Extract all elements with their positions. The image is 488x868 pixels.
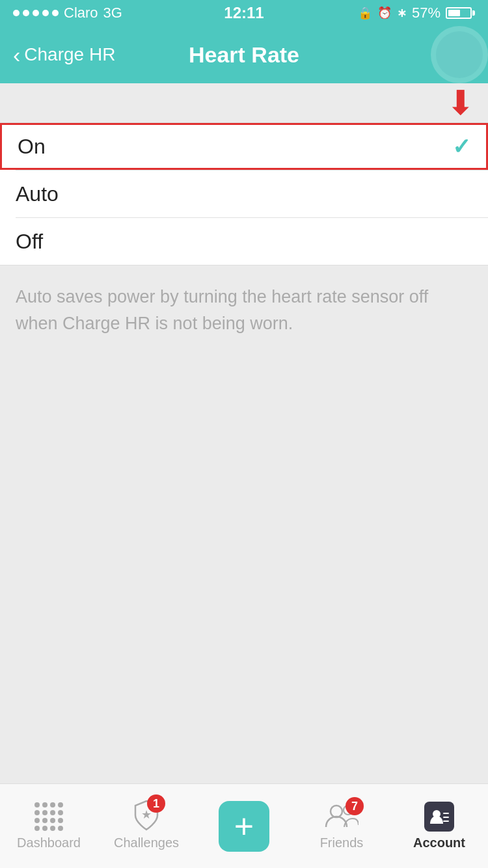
- carrier-label: Claro: [64, 5, 98, 21]
- tab-add[interactable]: +: [195, 784, 293, 868]
- gray-content-area: [0, 355, 488, 817]
- dashboard-icon: [34, 802, 64, 832]
- option-on-label: On: [18, 135, 46, 159]
- checkmark-icon: ✓: [452, 133, 470, 159]
- options-list: On ✓ Auto Off: [0, 122, 488, 265]
- option-auto-label: Auto: [16, 182, 59, 206]
- dot-grid-icon: [34, 802, 63, 831]
- account-icon-box: [424, 802, 454, 832]
- download-arrow-icon: ⬇: [446, 86, 475, 120]
- friends-icon: 7: [327, 802, 357, 832]
- back-label: Charge HR: [24, 44, 115, 65]
- option-auto[interactable]: Auto: [0, 170, 488, 217]
- challenges-badge: 1: [147, 794, 165, 813]
- signal-dot-1: [13, 10, 20, 16]
- option-off[interactable]: Off: [0, 218, 488, 265]
- back-button[interactable]: ‹ Charge HR: [13, 44, 115, 66]
- nav-bar: ‹ Charge HR Heart Rate: [0, 26, 488, 83]
- battery-icon: [446, 7, 475, 19]
- plus-icon: +: [234, 809, 254, 843]
- challenges-icon: ★ 1: [131, 802, 161, 832]
- description-area: Auto saves power by turning the heart ra…: [0, 265, 488, 355]
- account-icon: [424, 802, 454, 832]
- option-on[interactable]: On ✓: [0, 123, 488, 170]
- network-label: 3G: [103, 5, 122, 21]
- signal-dots: [13, 10, 59, 16]
- alarm-icon: ⏰: [377, 6, 392, 20]
- signal-dot-3: [33, 10, 39, 16]
- friends-badge: 7: [346, 797, 364, 815]
- account-tab-label: Account: [413, 835, 465, 850]
- page-title: Heart Rate: [189, 42, 299, 68]
- signal-dot-4: [42, 10, 49, 16]
- status-bar-right: 🔒 ⏰ ∗ 57%: [358, 5, 475, 21]
- status-bar: Claro 3G 12:11 🔒 ⏰ ∗ 57%: [0, 0, 488, 26]
- svg-point-1: [331, 806, 342, 817]
- status-time: 12:11: [224, 4, 264, 22]
- tab-challenges[interactable]: ★ 1 Challenges: [98, 784, 195, 868]
- dashboard-tab-label: Dashboard: [17, 835, 81, 850]
- download-area: ⬇: [0, 83, 488, 122]
- description-text: Auto saves power by turning the heart ra…: [16, 287, 428, 333]
- avatar-circle: [436, 31, 483, 78]
- option-off-label: Off: [16, 230, 43, 254]
- tab-account[interactable]: Account: [390, 784, 488, 868]
- challenges-icon-wrap: ★ 1: [133, 800, 160, 834]
- avatar[interactable]: [431, 26, 488, 83]
- battery-percent: 57%: [412, 5, 441, 21]
- lock-icon: 🔒: [358, 6, 372, 20]
- friends-tab-label: Friends: [320, 835, 364, 850]
- signal-dot-5: [52, 10, 59, 16]
- challenges-tab-label: Challenges: [114, 835, 179, 850]
- tab-dashboard[interactable]: Dashboard: [0, 784, 98, 868]
- signal-dot-2: [23, 10, 29, 16]
- tab-bar: Dashboard ★ 1 Challenges +: [0, 783, 488, 868]
- tab-friends[interactable]: 7 Friends: [293, 784, 390, 868]
- back-chevron-icon: ‹: [13, 44, 20, 66]
- bluetooth-icon: ∗: [397, 6, 407, 20]
- friends-icon-wrap: 7: [325, 802, 359, 831]
- account-svg: [429, 808, 449, 825]
- add-button[interactable]: +: [219, 801, 269, 852]
- status-bar-left: Claro 3G: [13, 5, 122, 21]
